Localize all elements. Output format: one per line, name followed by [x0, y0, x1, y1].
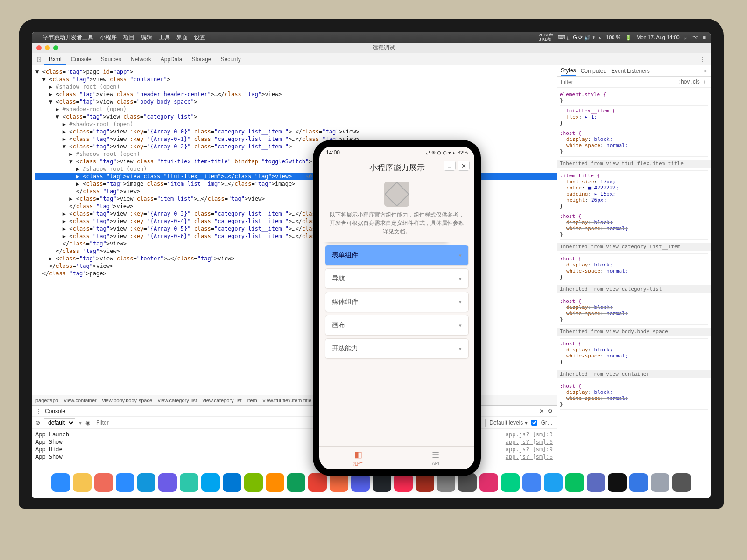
dock-app[interactable] — [608, 473, 627, 492]
styles-tab[interactable]: Styles — [561, 66, 576, 76]
menu-item[interactable]: 界面 — [176, 34, 188, 41]
tab-network[interactable]: Network — [126, 54, 156, 64]
list-icon[interactable]: ≡ — [703, 35, 706, 40]
dock-app[interactable] — [330, 473, 348, 492]
dock-app[interactable] — [565, 473, 584, 492]
dock-app[interactable] — [51, 473, 70, 492]
styles-toggles[interactable]: :hov .cls ＋ — [679, 78, 707, 86]
css-rule[interactable]: …:host {display: block;white-space: norm… — [560, 128, 708, 157]
tab-bxml[interactable]: Bxml — [44, 54, 66, 65]
maximize-icon[interactable] — [53, 45, 58, 50]
dock-app[interactable] — [244, 473, 263, 492]
tree-node[interactable]: ▼ <class="tag">page id="app"> — [35, 68, 557, 76]
dock-app[interactable] — [308, 473, 327, 492]
tree-node[interactable]: ▶ #shadow-root (open) — [35, 83, 557, 91]
menu-item[interactable]: 工具 — [159, 34, 170, 41]
context-select[interactable]: default — [44, 418, 75, 427]
crumb[interactable]: view.body.body-space — [102, 398, 152, 403]
group-checkbox[interactable] — [531, 420, 537, 426]
menu-item[interactable]: 项目 — [123, 34, 134, 41]
tab-API[interactable]: ☰API — [397, 447, 474, 469]
dock-app[interactable] — [544, 473, 563, 492]
dock-app[interactable] — [629, 473, 648, 492]
crumb[interactable]: view.container — [64, 398, 97, 403]
dock-app[interactable] — [651, 473, 669, 492]
control-center-icon[interactable]: ⌥ — [692, 35, 698, 41]
dock-app[interactable] — [116, 473, 134, 492]
dock-app[interactable] — [73, 473, 92, 492]
dock-app[interactable] — [351, 473, 370, 492]
styles-filter-input[interactable] — [561, 79, 677, 85]
dock-app[interactable] — [94, 473, 113, 492]
devtools-more-icon[interactable]: ⋮ — [697, 55, 708, 63]
tab-storage[interactable]: Storage — [187, 54, 216, 64]
menubar-app[interactable]: 字节跳动开发者工具 — [43, 34, 93, 42]
crumb[interactable]: view.category-list — [158, 398, 197, 403]
dock-app[interactable] — [587, 473, 606, 492]
clear-icon[interactable]: ⊘ — [35, 420, 40, 426]
dock-app[interactable] — [416, 473, 434, 492]
dock-app[interactable] — [158, 473, 177, 492]
styles-tab[interactable]: Computed — [581, 66, 606, 76]
dock-app[interactable] — [373, 473, 391, 492]
crumb[interactable]: view.ttui-flex.item-title — [263, 398, 312, 403]
tab-sources[interactable]: Sources — [96, 54, 126, 64]
styles-more-icon[interactable]: » — [704, 68, 707, 74]
css-rule[interactable]: ….ttui-flex__item {flex: ▸ 1;} — [560, 106, 708, 128]
styles-rules[interactable]: element.style {}….ttui-flex__item {flex:… — [557, 88, 711, 498]
tab-security[interactable]: Security — [216, 54, 245, 64]
styles-tab[interactable]: Event Listeners — [611, 66, 650, 76]
dock-app[interactable] — [522, 473, 541, 492]
console-close-icon[interactable]: ✕ — [539, 408, 544, 414]
minimize-icon[interactable] — [45, 45, 50, 50]
css-rule[interactable]: element.style {} — [560, 90, 708, 106]
css-rule[interactable]: ….item-title {font-size: 17px;color: ■ #… — [560, 171, 708, 211]
dock-app[interactable] — [672, 473, 691, 492]
tree-node[interactable]: ▶ <class="tag">view :key="{Array-0-0}" c… — [35, 128, 557, 135]
menu-item[interactable]: 小程序 — [100, 34, 117, 41]
inspect-icon[interactable]: ⍰ — [35, 55, 43, 63]
tree-node[interactable]: ▼ <class="tag">view class="category-list… — [35, 113, 557, 120]
close-icon[interactable]: ✕ — [458, 161, 470, 171]
dock-app[interactable] — [287, 473, 306, 492]
tree-node[interactable]: ▶ <class="tag">view :key="{Array-0-1}" c… — [35, 135, 557, 143]
list-item[interactable]: 导航 ▾ — [325, 268, 469, 289]
dock-app[interactable] — [458, 473, 477, 492]
crumb[interactable]: page#app — [35, 398, 58, 403]
tree-node[interactable]: ▼ <class="tag">view class="container"> — [35, 76, 557, 83]
dock-app[interactable] — [223, 473, 241, 492]
tree-node[interactable]: ▶ #shadow-root (open) — [35, 105, 557, 113]
dock-app[interactable] — [180, 473, 198, 492]
list-item[interactable]: 媒体组件 ▾ — [325, 292, 469, 312]
list-item[interactable]: 画布 ▾ — [325, 315, 469, 336]
css-rule[interactable]: …:host {display: block;white-space: norm… — [560, 211, 708, 240]
dock-app[interactable] — [266, 473, 284, 492]
console-settings-icon[interactable]: ⚙ — [548, 408, 553, 414]
tab-组件[interactable]: ◧组件 — [319, 447, 397, 469]
dock-app[interactable] — [437, 473, 456, 492]
menu-item[interactable]: 设置 — [194, 34, 205, 41]
tree-node[interactable]: ▼ <class="tag">view class="body body-spa… — [35, 98, 557, 105]
tab-bar[interactable]: ◧组件☰API — [319, 446, 474, 469]
search-icon[interactable]: ⌕ — [684, 35, 688, 40]
menu-icon[interactable]: ≡ — [444, 161, 456, 171]
dock-app[interactable] — [137, 473, 156, 492]
console-toggle-icon[interactable]: ⋮ — [35, 408, 41, 414]
dock-app[interactable] — [479, 473, 498, 492]
list-item[interactable]: tt-view.ttui-flex__item308.09 × 24.36 AC… — [325, 245, 469, 266]
dock-app[interactable] — [501, 473, 520, 492]
tree-node[interactable]: ▶ #shadow-root (open) — [35, 120, 557, 128]
list-item[interactable]: 开放能力 ▾ — [325, 338, 469, 359]
css-rule[interactable]: …:host {display: block;white-space: norm… — [560, 339, 708, 367]
menu-item[interactable]: 编辑 — [141, 34, 152, 41]
close-icon[interactable] — [36, 45, 42, 50]
dock-app[interactable] — [201, 473, 220, 492]
levels-select[interactable]: Default levels ▾ — [489, 420, 527, 426]
eye-icon[interactable]: ◉ — [85, 420, 90, 426]
css-rule[interactable]: …:host {display: block;white-space: norm… — [560, 254, 708, 282]
css-rule[interactable]: …:host {display: block;white-space: norm… — [560, 381, 708, 410]
category-list[interactable]: tt-view.ttui-flex__item308.09 × 24.36 AC… — [319, 242, 474, 446]
css-rule[interactable]: …:host {display: block;white-space: norm… — [560, 296, 708, 325]
dock-app[interactable] — [394, 473, 413, 492]
crumb[interactable]: view.category-list__item — [203, 398, 257, 403]
